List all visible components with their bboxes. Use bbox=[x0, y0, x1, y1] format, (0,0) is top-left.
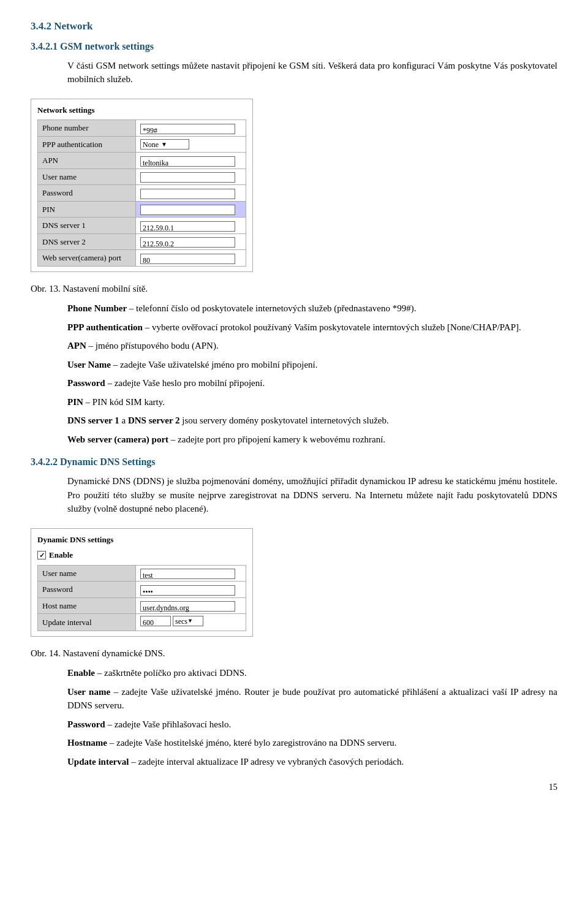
subsection1-intro: V části GSM network settings můžete nast… bbox=[67, 59, 557, 86]
input-field[interactable] bbox=[140, 172, 235, 183]
term-bold: APN bbox=[67, 341, 86, 351]
field-value[interactable] bbox=[136, 185, 246, 202]
network-settings-title: Network settings bbox=[37, 104, 246, 116]
select-field[interactable]: None▼ bbox=[140, 139, 189, 150]
term-bold: DNS server 1 bbox=[67, 415, 119, 425]
interval-field[interactable]: 600secs ▼ bbox=[140, 616, 203, 626]
description-item: PPP authentication – vyberte ověřovací p… bbox=[67, 320, 557, 335]
description-item: Password – zadejte Vaše heslo pro mobiln… bbox=[67, 376, 557, 390]
description-item: Phone Number – telefonní číslo od poskyt… bbox=[67, 301, 557, 316]
field-label: Password bbox=[38, 185, 136, 202]
field-label: PPP authentication bbox=[38, 136, 136, 153]
caption-fig13: Obr. 13. Nastavení mobilní sítě. bbox=[31, 282, 557, 296]
term-bold: Hostname bbox=[67, 738, 107, 748]
enable-checkbox[interactable]: ✓ bbox=[37, 551, 46, 559]
enable-label: Enable bbox=[49, 549, 73, 561]
field-label: User name bbox=[38, 169, 136, 185]
input-field[interactable]: user.dyndns.org bbox=[140, 601, 235, 612]
term-bold: PPP authentication bbox=[67, 322, 143, 332]
field-label: Web server(camera) port bbox=[38, 250, 136, 267]
network-settings-table: Phone number*99#PPP authenticationNone▼A… bbox=[37, 119, 246, 267]
description-item: Hostname – zadejte Vaše hostitelské jmén… bbox=[67, 736, 557, 750]
network-descriptions: Phone Number – telefonní číslo od poskyt… bbox=[31, 301, 557, 446]
table-row: User name bbox=[38, 169, 246, 185]
input-field[interactable]: 212.59.0.2 bbox=[140, 237, 235, 248]
table-row: DNS server 2212.59.0.2 bbox=[38, 233, 246, 250]
interval-input[interactable]: 600 bbox=[140, 616, 171, 626]
description-item: DNS server 1 a DNS server 2 jsou servery… bbox=[67, 414, 557, 428]
subsection2-heading: 3.4.2.2 Dynamic DNS Settings bbox=[31, 455, 557, 469]
field-value[interactable]: test bbox=[136, 565, 246, 582]
table-row: DNS server 1212.59.0.1 bbox=[38, 218, 246, 234]
interval-unit-select[interactable]: secs ▼ bbox=[173, 616, 203, 626]
term-bold: Enable bbox=[67, 668, 95, 678]
field-label: Host name bbox=[38, 597, 136, 614]
field-value[interactable]: None▼ bbox=[136, 136, 246, 153]
caption-fig14: Obr. 14. Nastavení dynamické DNS. bbox=[31, 646, 557, 661]
field-label: DNS server 1 bbox=[38, 218, 136, 234]
term-bold: DNS server 2 bbox=[128, 415, 180, 425]
term-bold: Password bbox=[67, 719, 105, 729]
table-row: Phone number*99# bbox=[38, 120, 246, 137]
field-value[interactable]: 80 bbox=[136, 250, 246, 267]
term-bold: Phone Number bbox=[67, 303, 127, 313]
input-field[interactable]: •••• bbox=[140, 585, 235, 596]
table-row: Update interval600secs ▼ bbox=[38, 614, 246, 631]
field-label: Update interval bbox=[38, 614, 136, 631]
term-bold: PIN bbox=[67, 397, 83, 407]
network-settings-box: Network settings Phone number*99#PPP aut… bbox=[31, 99, 253, 272]
enable-row: ✓ Enable bbox=[37, 549, 246, 561]
description-item: APN – jméno přístupového bodu (APN). bbox=[67, 339, 557, 353]
field-value[interactable]: 212.59.0.1 bbox=[136, 218, 246, 234]
input-field[interactable] bbox=[140, 205, 235, 215]
table-row: Password bbox=[38, 185, 246, 202]
field-value[interactable] bbox=[136, 169, 246, 185]
subsection1-heading: 3.4.2.1 GSM network settings bbox=[31, 39, 557, 54]
field-label: Phone number bbox=[38, 120, 136, 137]
field-value[interactable]: 600secs ▼ bbox=[136, 614, 246, 631]
description-item: Web server (camera) port – zadejte port … bbox=[67, 433, 557, 447]
table-row: Host nameuser.dyndns.org bbox=[38, 597, 246, 614]
field-label: DNS server 2 bbox=[38, 233, 136, 250]
table-row: PIN bbox=[38, 201, 246, 218]
field-value[interactable]: *99# bbox=[136, 120, 246, 137]
description-item: PIN – PIN kód SIM karty. bbox=[67, 395, 557, 409]
description-item: Password – zadejte Vaše přihlašovací hes… bbox=[67, 718, 557, 732]
table-row: Web server(camera) port80 bbox=[38, 250, 246, 267]
ddns-settings-box: Dynamic DNS settings ✓ Enable User namet… bbox=[31, 528, 253, 637]
field-label: APN bbox=[38, 153, 136, 169]
field-value[interactable]: •••• bbox=[136, 582, 246, 598]
description-item: User Name – zadejte Vaše uživatelské jmé… bbox=[67, 358, 557, 372]
input-field[interactable]: 80 bbox=[140, 254, 235, 264]
table-row: PPP authenticationNone▼ bbox=[38, 136, 246, 153]
term-bold: User name bbox=[67, 687, 110, 697]
field-label: Password bbox=[38, 582, 136, 598]
field-value[interactable]: teltonika bbox=[136, 153, 246, 169]
term-bold: Web server (camera) port bbox=[67, 434, 168, 444]
page-number: 15 bbox=[31, 781, 557, 794]
input-field[interactable]: teltonika bbox=[140, 156, 235, 167]
subsection2-intro: Dynamické DNS (DDNS) je služba pojmenová… bbox=[67, 474, 557, 516]
input-field[interactable] bbox=[140, 189, 235, 199]
description-item: Enable – zaškrtněte políčko pro aktivaci… bbox=[67, 666, 557, 680]
field-value[interactable] bbox=[136, 201, 246, 218]
term-bold: User Name bbox=[67, 360, 111, 370]
description-item: Update interval – zadejte interval aktua… bbox=[67, 755, 557, 769]
table-row: APNteltonika bbox=[38, 153, 246, 169]
input-field[interactable]: *99# bbox=[140, 124, 235, 134]
ddns-settings-title: Dynamic DNS settings bbox=[37, 534, 246, 546]
ddns-descriptions: Enable – zaškrtněte políčko pro aktivaci… bbox=[31, 666, 557, 768]
ddns-settings-table: User nametestPassword••••Host nameuser.d… bbox=[37, 565, 246, 631]
term-bold: Password bbox=[67, 378, 105, 388]
description-item: User name – zadejte Vaše uživatelské jmé… bbox=[67, 685, 557, 713]
section-heading: 3.4.2 Network bbox=[31, 18, 557, 34]
field-value[interactable]: user.dyndns.org bbox=[136, 597, 246, 614]
field-label: User name bbox=[38, 565, 136, 582]
term-bold: Update interval bbox=[67, 757, 129, 767]
input-field[interactable]: test bbox=[140, 569, 235, 579]
field-value[interactable]: 212.59.0.2 bbox=[136, 233, 246, 250]
table-row: User nametest bbox=[38, 565, 246, 582]
field-label: PIN bbox=[38, 201, 136, 218]
table-row: Password•••• bbox=[38, 582, 246, 598]
input-field[interactable]: 212.59.0.1 bbox=[140, 221, 235, 232]
